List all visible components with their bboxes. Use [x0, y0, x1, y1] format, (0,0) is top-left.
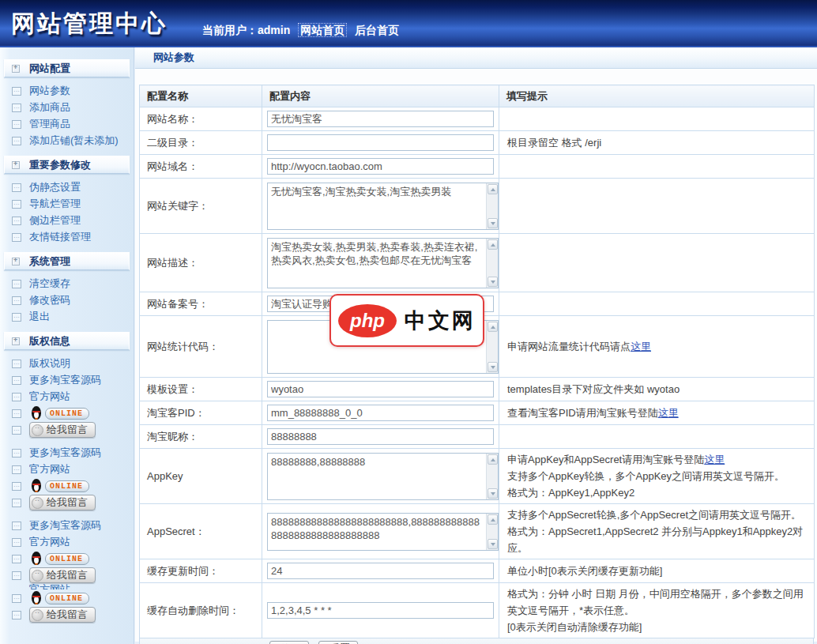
page-icon: [12, 594, 21, 603]
sidebar-item-logout[interactable]: 退出: [0, 309, 134, 325]
current-username: admin: [258, 24, 290, 36]
scroll-down-icon[interactable]: [488, 488, 498, 499]
sidebar-item-official-site[interactable]: 官方网站: [0, 461, 134, 477]
page-icon: [12, 313, 21, 322]
site-home-link[interactable]: 网站首页: [298, 23, 347, 37]
scroll-up-icon[interactable]: [488, 454, 498, 465]
here-link[interactable]: 这里: [631, 341, 651, 352]
page-icon: [12, 426, 21, 435]
site-domain-input[interactable]: [267, 158, 494, 175]
page-icon: [12, 538, 21, 547]
page-icon: [12, 449, 21, 458]
field-label: 缓存更新时间：: [140, 559, 262, 583]
sub-directory-input[interactable]: [267, 134, 494, 151]
page-icon: [12, 376, 21, 385]
sidebar-item-more-source[interactable]: 更多淘宝客源码: [0, 518, 134, 533]
php-logo-text: 中文网: [405, 307, 476, 335]
sidebar-item-rewrite-settings[interactable]: 伪静态设置: [0, 179, 134, 195]
sidebar-item-change-password[interactable]: 修改密码: [0, 292, 134, 308]
sidebar-item-qq-online[interactable]: ONLINE: [0, 551, 134, 567]
scroll-down-icon[interactable]: [488, 539, 498, 549]
taobao-pid-input[interactable]: [267, 405, 494, 421]
leave-message-button[interactable]: 给我留言: [29, 567, 96, 583]
sidebar-item-add-shop[interactable]: 添加店铺(暂未添加): [0, 133, 134, 149]
field-label: 缓存自动删除时间：: [140, 583, 262, 638]
col-config-name: 配置名称: [140, 85, 262, 107]
leave-message-button[interactable]: 给我留言: [29, 607, 96, 623]
sidebar-item-copyright-info[interactable]: 版权说明: [0, 356, 134, 371]
qq-online-button[interactable]: ONLINE: [45, 553, 89, 565]
sidebar-item-leave-message[interactable]: 给我留言: [0, 422, 134, 438]
scroll-down-icon[interactable]: [488, 218, 498, 228]
chat-bubble-icon: [32, 424, 43, 436]
admin-home-link[interactable]: 后台首页: [355, 24, 399, 36]
sidebar-item-qq-online[interactable]: ONLINE: [0, 590, 134, 606]
cache-delete-input[interactable]: [267, 602, 494, 619]
sidebar-item-leave-message[interactable]: 给我留言: [0, 567, 134, 583]
site-description-textarea[interactable]: 淘宝热卖女装,热卖男装,热卖春装,热卖连衣裙,热卖风衣,热卖女包,热卖包邮尽在无…: [267, 238, 499, 288]
here-link[interactable]: 这里: [704, 454, 725, 465]
sidebar-item-qq-online[interactable]: ONLINE: [0, 478, 134, 494]
row-taobao-pid: 淘宝客PID： 查看淘宝客PID请用淘宝账号登陆这里: [140, 401, 815, 425]
qq-online-button[interactable]: ONLINE: [45, 480, 89, 492]
leave-message-button[interactable]: 给我留言: [29, 422, 96, 438]
sidebar-item-official-site[interactable]: 官方网站: [0, 534, 134, 550]
appsecret-textarea[interactable]: 888888888888888888888888,888888888888888…: [267, 513, 499, 551]
sidebar-item-sidebar-manage[interactable]: 侧边栏管理: [0, 213, 134, 228]
field-label: 网站域名：: [140, 155, 262, 179]
qq-online-button[interactable]: ONLINE: [45, 408, 89, 420]
sidebar-item-more-source[interactable]: 更多淘宝客源码: [0, 372, 134, 388]
page-icon: [12, 280, 21, 288]
leave-message-button[interactable]: 给我留言: [29, 495, 96, 510]
scrollbar[interactable]: [486, 183, 498, 229]
scroll-down-icon[interactable]: [488, 362, 498, 372]
sidebar-item-clear-cache[interactable]: 清空缓存: [0, 276, 134, 292]
page-icon: [12, 482, 21, 491]
qq-online-button[interactable]: ONLINE: [45, 593, 89, 604]
sidebar-section-important-params[interactable]: 重要参数修改: [4, 156, 130, 174]
scroll-up-icon[interactable]: [488, 514, 498, 525]
scroll-down-icon[interactable]: [488, 277, 498, 287]
sidebar-section-system[interactable]: 系统管理: [4, 252, 130, 270]
sidebar-section-site-config[interactable]: 网站配置: [4, 59, 130, 77]
sidebar-item-site-params[interactable]: 网站参数: [0, 83, 134, 99]
scroll-up-icon[interactable]: [488, 239, 498, 250]
site-name-input[interactable]: [267, 111, 494, 127]
sidebar-item-official-site[interactable]: 官方网站: [0, 389, 134, 405]
expand-icon: [12, 65, 20, 73]
row-site-name: 网站名称：: [140, 107, 815, 131]
cache-update-input[interactable]: [267, 563, 494, 579]
sidebar-section-copyright[interactable]: 版权信息: [4, 332, 130, 350]
sidebar-item-links-manage[interactable]: 友情链接管理: [0, 229, 134, 245]
appkey-textarea[interactable]: 88888888,88888888: [267, 453, 499, 500]
sidebar-item-manage-product[interactable]: 管理商品: [0, 116, 134, 132]
row-sub-directory: 二级目录： 根目录留空 格式 /erji: [140, 131, 815, 155]
chat-bubble-icon: [32, 609, 43, 621]
scrollbar[interactable]: [486, 321, 498, 373]
sidebar-item-leave-message[interactable]: 给我留言: [0, 607, 134, 623]
qq-penguin-icon: [29, 590, 43, 607]
scrollbar[interactable]: [486, 454, 498, 499]
sidebar-item-qq-online[interactable]: ONLINE: [0, 405, 134, 421]
scrollbar[interactable]: [486, 239, 498, 288]
page-icon: [12, 200, 21, 209]
page-icon: [12, 120, 21, 129]
taobao-nick-input[interactable]: [267, 428, 494, 445]
sidebar-item-navbar-manage[interactable]: 导航烂管理: [0, 196, 134, 212]
page-icon: [12, 522, 21, 530]
scroll-up-icon[interactable]: [488, 322, 498, 332]
here-link[interactable]: 这里: [658, 407, 679, 419]
site-keywords-textarea[interactable]: 无忧淘宝客,淘宝热卖女装,淘宝热卖男装: [267, 183, 499, 230]
field-label: 网站关键字：: [140, 179, 262, 234]
sidebar-item-add-product[interactable]: 添加商品: [0, 100, 134, 115]
reset-button[interactable]: ▸重置: [318, 641, 358, 644]
row-appsecret: AppSecret： 888888888888888888888888,8888…: [140, 504, 815, 559]
sidebar-item-more-source[interactable]: 更多淘宝客源码: [0, 445, 134, 461]
sidebar-item-leave-message[interactable]: 给我留言: [0, 495, 134, 510]
scroll-up-icon[interactable]: [488, 184, 498, 194]
scrollbar[interactable]: [486, 514, 498, 550]
modify-button[interactable]: ▸修改: [269, 641, 309, 644]
sidebar-item-clipped[interactable]: 官方网站: [0, 584, 134, 589]
field-tip: 查看淘宝客PID请用淘宝账号登陆: [507, 407, 658, 419]
template-input[interactable]: [267, 381, 494, 397]
